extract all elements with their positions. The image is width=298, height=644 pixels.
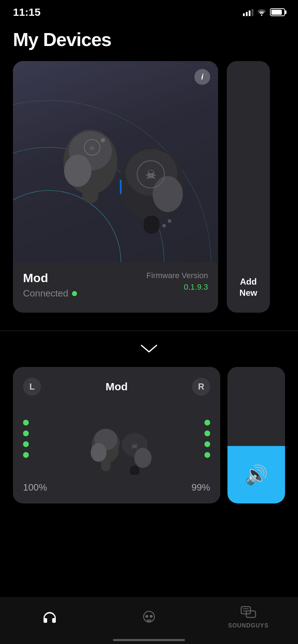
left-dot-4 [23,452,29,458]
sound-volume-button[interactable]: 🔊 [227,446,285,503]
earbuds-image: ☠ ☠ [40,90,191,234]
sound-panel[interactable]: 🔊 [227,367,285,503]
firmware-info: Firmware Version 0.1.9.3 [146,271,208,292]
svg-rect-23 [101,460,110,471]
chevron-down-icon[interactable] [140,344,158,354]
page-title: My Devices [0,22,298,61]
svg-rect-14 [144,216,159,234]
sound-panel-top [227,367,285,446]
earbuds-panel-name: Mod [105,381,128,393]
svg-point-30 [145,615,148,618]
svg-rect-19 [120,180,122,194]
right-dot-1 [204,420,210,426]
nav-item-headphones[interactable] [0,598,99,644]
firmware-label: Firmware Version [146,271,208,280]
wifi-icon [257,9,266,16]
right-battery-percent: 99% [191,482,210,493]
add-new-text: AddNew [239,276,257,298]
device-image-area: i ☠ [13,61,218,262]
volume-icon: 🔊 [245,464,268,486]
left-dot-2 [23,431,29,436]
chat-icon [240,606,256,620]
left-dot-3 [23,441,29,447]
status-bar: 11:15 [0,0,298,22]
home-indicator [113,639,185,641]
device-name: Mod [23,271,77,285]
device-status: Connected [23,288,77,299]
chevron-area[interactable] [0,331,298,367]
info-button[interactable]: i [194,69,210,85]
right-dot-3 [204,441,210,447]
add-new-card[interactable]: AddNew [227,61,270,313]
right-earbud-badge: R [192,378,210,396]
left-dot-1 [23,420,29,426]
devices-scroll: i ☠ [0,61,298,313]
svg-rect-27 [130,466,139,475]
svg-point-18 [162,224,166,227]
bottom-nav: SOUNDGUYS [0,597,298,644]
right-battery-dots [204,420,210,458]
earbuds-battery-panel[interactable]: L Mod R [13,367,220,503]
svg-point-10 [101,138,105,142]
status-dot [72,291,77,296]
svg-point-22 [91,443,107,462]
earbuds-panel-body: ☠ [23,403,210,475]
svg-point-6 [64,155,91,187]
svg-point-31 [150,615,153,618]
status-icons [243,8,285,16]
left-battery-dots [23,420,29,458]
svg-text:☠: ☠ [145,168,156,181]
headphones-icon [42,611,58,624]
firmware-version: 0.1.9.3 [146,282,208,292]
status-text: Connected [23,288,68,299]
left-earbud-badge: L [23,378,41,396]
svg-point-26 [134,448,152,468]
earbuds-panel-image: ☠ [29,403,204,475]
right-dot-2 [204,431,210,436]
nav-item-soundguys[interactable]: SOUNDGUYS [199,598,298,644]
svg-point-13 [153,176,183,212]
device-card-mod[interactable]: i ☠ [13,61,218,313]
bottom-panels: L Mod R [0,367,298,503]
nav-item-skull[interactable] [99,598,199,644]
earbuds-panel-header: L Mod R [23,378,210,396]
svg-point-17 [168,219,171,223]
skull-icon [141,610,157,625]
device-card-info: Mod Connected Firmware Version 0.1.9.3 [13,262,218,309]
status-time: 11:15 [13,6,41,18]
right-dot-4 [204,452,210,458]
signal-strength-icon [243,8,253,16]
svg-point-0 [261,14,262,16]
soundguys-label: SOUNDGUYS [228,622,268,629]
svg-rect-7 [82,183,98,203]
left-battery-percent: 100% [23,482,47,493]
battery-icon [270,8,285,16]
battery-percent-row: 100% 99% [23,482,210,493]
svg-text:☠: ☠ [89,144,95,152]
svg-text:☠: ☠ [131,441,138,450]
